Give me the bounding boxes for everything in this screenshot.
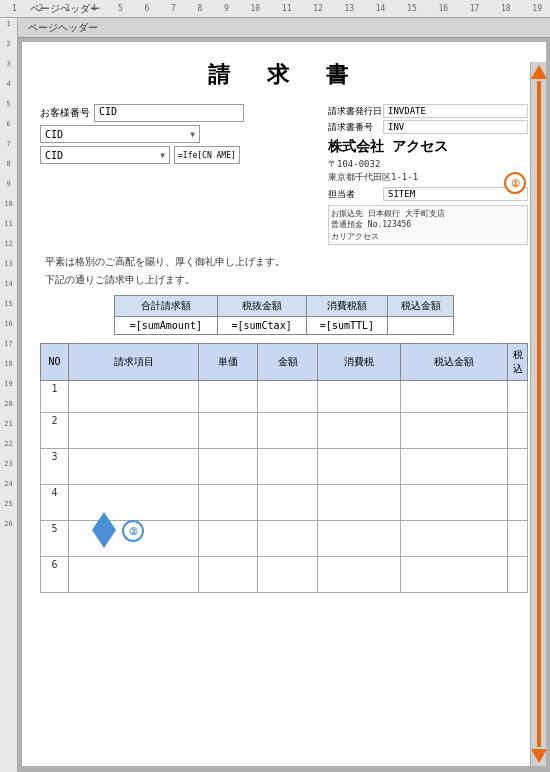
company-postal: 〒104-0032	[328, 158, 528, 171]
customer-label: お客様番号	[40, 106, 90, 120]
totals-col3-value: =[sumTTL]	[306, 316, 388, 334]
row-4-taxed	[401, 484, 508, 520]
scroll-down-arrow-icon[interactable]	[531, 749, 547, 763]
issue-date-value: INVDATE	[383, 104, 528, 118]
row-3-amount	[258, 448, 317, 484]
move-down-arrow-icon[interactable]	[92, 530, 116, 548]
col-item: 請求項目	[69, 343, 199, 380]
totals-col4-value	[388, 316, 454, 334]
right-top: 請求書発行日 INVDATE 請求書番号 INV 株式会社 アクセス 〒104-…	[328, 104, 528, 245]
badge-1: ①	[504, 172, 526, 194]
invoice-number-label: 請求書番号	[328, 121, 383, 134]
items-table: NO 請求項目 単価 金額 消費税 税込金額 税込 1	[40, 343, 528, 593]
col-tax: 消費税	[317, 343, 400, 380]
invoice-number-row: 請求書番号 INV	[328, 120, 528, 134]
top-section: お客様番号 CID CID ▼	[40, 104, 528, 245]
page-title: 請 求 書	[40, 60, 528, 90]
col-unit-price: 単価	[199, 343, 258, 380]
row-6-unit	[199, 556, 258, 592]
move-up-arrow-icon[interactable]	[92, 512, 116, 530]
row-3-item	[69, 448, 199, 484]
col-no: NO	[41, 343, 69, 380]
table-row: 6	[41, 556, 528, 592]
cid-select-row: CID ▼	[40, 125, 318, 143]
dropdown-arrow-icon: ▼	[190, 130, 195, 139]
row-5-amount	[258, 520, 317, 556]
row-5-taxed	[401, 520, 508, 556]
scrollbar-right[interactable]	[530, 62, 546, 766]
row-4-item	[69, 484, 199, 520]
table-row: 3	[41, 448, 528, 484]
row-1-amount	[258, 380, 317, 412]
page-header-bar: ページヘッダー	[18, 18, 550, 38]
row-2-item	[69, 412, 199, 448]
cid-select[interactable]: CID ▼	[40, 125, 200, 143]
totals-col2-value: =[sumCtax]	[217, 316, 306, 334]
table-row: 1	[41, 380, 528, 412]
message-line1: 平素は格別のご高配を賜り、厚く御礼申し上げます。	[45, 253, 528, 271]
row-2-amount	[258, 412, 317, 448]
page-header-label: ページヘッダー	[30, 2, 100, 16]
row-6-taxshort	[508, 556, 528, 592]
customer-id-input-1[interactable]: CID	[94, 104, 244, 122]
row-5-tax	[317, 520, 400, 556]
row-2-taxshort	[508, 412, 528, 448]
row-1-taxed	[401, 380, 508, 412]
row-4-amount	[258, 484, 317, 520]
row-6-item	[69, 556, 199, 592]
row-3-taxshort	[508, 448, 528, 484]
row-3-tax	[317, 448, 400, 484]
row-3-unit	[199, 448, 258, 484]
totals-col3-header: 消費税額	[306, 295, 388, 316]
cid-formula-row: CID ▼ =Ife[CN AME]	[40, 146, 318, 164]
cid-input-3[interactable]: CID ▼	[40, 146, 170, 164]
ruler-top: ページヘッダー 12345 678910 1112131415 16171819	[0, 0, 550, 18]
col-taxed-amount: 税込金額	[401, 343, 508, 380]
row-2-taxed	[401, 412, 508, 448]
row-1-unit	[199, 380, 258, 412]
row-6-tax	[317, 556, 400, 592]
move-icon[interactable]	[92, 512, 116, 548]
message-box: 平素は格別のご高配を賜り、厚く御礼申し上げます。 下記の通りご請求申し上げます。	[40, 253, 528, 289]
totals-col2-header: 税抜金額	[217, 295, 306, 316]
row-2-no: 2	[41, 412, 69, 448]
table-row: 2	[41, 412, 528, 448]
issue-date-label: 請求書発行日	[328, 105, 383, 118]
row-6-taxed	[401, 556, 508, 592]
row-1-tax	[317, 380, 400, 412]
contact-label: 担当者	[328, 188, 383, 201]
totals-table: 合計請求額 税抜金額 消費税額 税込金額 =[sumAmount] =[sumC…	[114, 295, 454, 335]
row-5-unit	[199, 520, 258, 556]
formula-box: =Ife[CN AME]	[174, 146, 240, 164]
bank-label: お振込先	[331, 209, 363, 218]
col-tax-short: 税込	[508, 343, 528, 380]
row-4-tax	[317, 484, 400, 520]
ruler-left: 1 2 3 4 5 6 7 8 9 10 11 12 13 14 15 16 1…	[0, 18, 18, 772]
scroll-up-arrow-icon[interactable]	[531, 65, 547, 79]
row-4-no: 4	[41, 484, 69, 520]
left-top: お客様番号 CID CID ▼	[40, 104, 318, 245]
col-amount: 金額	[258, 343, 317, 380]
company-name: 株式会社 アクセス	[328, 138, 528, 156]
totals-col1-value: =[sumAmount]	[115, 316, 218, 334]
issue-date-row: 請求書発行日 INVDATE	[328, 104, 528, 118]
totals-col4-header: 税込金額	[388, 295, 454, 316]
content-area: ページヘッダー 請 求 書 お客様番号 CID	[18, 18, 550, 772]
row-4-unit	[199, 484, 258, 520]
row-5-no: 5	[41, 520, 69, 556]
row-1-item	[69, 380, 199, 412]
row-4-taxshort	[508, 484, 528, 520]
badge-2: ②	[122, 520, 144, 542]
row-3-no: 3	[41, 448, 69, 484]
row-3-taxed	[401, 448, 508, 484]
document-page: 請 求 書 お客様番号 CID CID	[22, 42, 546, 766]
row-2-unit	[199, 412, 258, 448]
scroll-track	[537, 81, 541, 747]
row-5-taxshort	[508, 520, 528, 556]
company-address: 東京都千代田区1-1-1	[328, 171, 528, 184]
row-1-taxshort	[508, 380, 528, 412]
message-line2: 下記の通りご請求申し上げます。	[45, 271, 528, 289]
row-6-no: 6	[41, 556, 69, 592]
invoice-number-value: INV	[383, 120, 528, 134]
contact-row: 担当者 SITEM	[328, 187, 528, 201]
